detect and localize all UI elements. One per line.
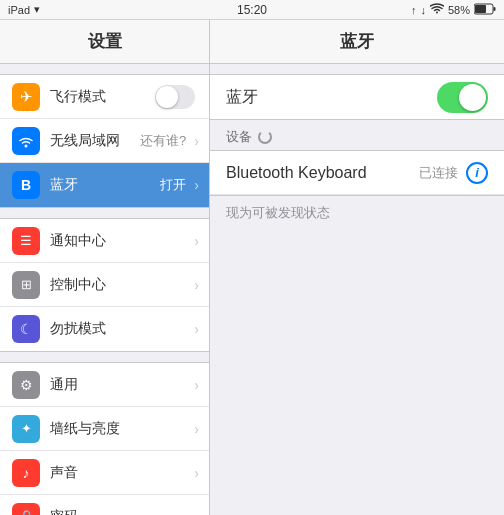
sidebar-title: 设置 bbox=[0, 20, 209, 64]
content-body: 蓝牙 设备 Bluetooth Keyboard 已连接 bbox=[210, 74, 504, 230]
sound-chevron-icon: › bbox=[194, 465, 199, 481]
control-label: 控制中心 bbox=[50, 276, 190, 294]
sidebar-item-wallpaper[interactable]: ✦ 墙纸与亮度 › bbox=[0, 407, 209, 451]
control-chevron-icon: › bbox=[194, 277, 199, 293]
bluetooth-label: 蓝牙 bbox=[50, 176, 160, 194]
wifi-value: 还有谁? bbox=[140, 132, 186, 150]
sidebar-item-dnd[interactable]: ☾ 勿扰模式 › bbox=[0, 307, 209, 351]
bluetooth-sidebar-icon: B bbox=[12, 171, 40, 199]
wallpaper-icon: ✦ bbox=[12, 415, 40, 443]
control-icon: ⊞ bbox=[12, 271, 40, 299]
battery-icon bbox=[474, 3, 496, 17]
sidebar-item-notification[interactable]: ☰ 通知中心 › bbox=[0, 219, 209, 263]
wifi-label: 无线局域网 bbox=[50, 132, 140, 150]
bluetooth-toggle-group: 蓝牙 bbox=[210, 74, 504, 120]
bluetooth-section: 蓝牙 bbox=[210, 74, 504, 120]
svg-rect-2 bbox=[475, 5, 486, 13]
notification-label: 通知中心 bbox=[50, 232, 190, 250]
wifi-icon bbox=[430, 3, 444, 17]
sound-icon: ♪ bbox=[12, 459, 40, 487]
general-chevron-icon: › bbox=[194, 377, 199, 393]
toggle-knob bbox=[156, 86, 178, 108]
bluetooth-chevron-icon: › bbox=[194, 177, 199, 193]
devices-section-title: 设备 bbox=[210, 120, 504, 150]
sidebar-item-bluetooth[interactable]: B 蓝牙 打开 › bbox=[0, 163, 209, 207]
status-right: ↑ ↓ 58% bbox=[411, 3, 496, 17]
bluetooth-toggle[interactable] bbox=[437, 82, 488, 113]
devices-label: 设备 bbox=[226, 128, 252, 146]
bluetooth-row-label: 蓝牙 bbox=[226, 87, 437, 108]
battery-pct: 58% bbox=[448, 4, 470, 16]
sidebar-group-3: ⚙ 通用 › ✦ 墙纸与亮度 › ♪ 声音 › 🔒 密码 › ✋ 隐私 bbox=[0, 362, 209, 515]
connected-badge: 已连接 bbox=[419, 164, 458, 182]
status-bar: iPad ▾ 15:20 ↑ ↓ 58% bbox=[0, 0, 504, 20]
svg-rect-1 bbox=[494, 7, 496, 11]
passcode-label: 密码 bbox=[50, 508, 190, 516]
status-time: 15:20 bbox=[237, 3, 267, 17]
device-row-keyboard[interactable]: Bluetooth Keyboard 已连接 i bbox=[210, 151, 504, 195]
sidebar-group-1: ✈ 飞行模式 无线局域网 还有谁? › B bbox=[0, 74, 209, 208]
airplane-toggle[interactable] bbox=[155, 85, 195, 109]
sound-label: 声音 bbox=[50, 464, 190, 482]
passcode-icon: 🔒 bbox=[12, 503, 40, 516]
arrow-down-icon: ↓ bbox=[420, 4, 426, 16]
dnd-label: 勿扰模式 bbox=[50, 320, 190, 338]
sidebar-item-control[interactable]: ⊞ 控制中心 › bbox=[0, 263, 209, 307]
info-icon[interactable]: i bbox=[466, 162, 488, 184]
wifi-sidebar-icon bbox=[12, 127, 40, 155]
airplane-icon: ✈ bbox=[12, 83, 40, 111]
sidebar-item-wifi[interactable]: 无线局域网 还有谁? › bbox=[0, 119, 209, 163]
bluetooth-toggle-row: 蓝牙 bbox=[210, 75, 504, 119]
sidebar-item-airplane[interactable]: ✈ 飞行模式 bbox=[0, 75, 209, 119]
ipad-label: iPad bbox=[8, 4, 30, 16]
general-label: 通用 bbox=[50, 376, 190, 394]
notification-icon: ☰ bbox=[12, 227, 40, 255]
notification-chevron-icon: › bbox=[194, 233, 199, 249]
wifi-chevron-icon: › bbox=[194, 133, 199, 149]
content-area: 蓝牙 蓝牙 设备 bbox=[210, 20, 504, 515]
sidebar-item-sound[interactable]: ♪ 声音 › bbox=[0, 451, 209, 495]
devices-section: 设备 Bluetooth Keyboard 已连接 i 现为可被发现状态 bbox=[210, 120, 504, 230]
dnd-icon: ☾ bbox=[12, 315, 40, 343]
wallpaper-chevron-icon: › bbox=[194, 421, 199, 437]
status-left: iPad ▾ bbox=[8, 3, 40, 16]
arrow-up-icon: ↑ bbox=[411, 4, 417, 16]
signal-icon: ▾ bbox=[34, 3, 40, 16]
sidebar-item-passcode[interactable]: 🔒 密码 › bbox=[0, 495, 209, 515]
device-name: Bluetooth Keyboard bbox=[226, 164, 419, 182]
general-icon: ⚙ bbox=[12, 371, 40, 399]
loading-spinner-icon bbox=[258, 130, 272, 144]
sidebar: 设置 ✈ 飞行模式 无线局域网 还有谁? bbox=[0, 20, 210, 515]
devices-group: Bluetooth Keyboard 已连接 i bbox=[210, 150, 504, 196]
dnd-chevron-icon: › bbox=[194, 321, 199, 337]
main-layout: 设置 ✈ 飞行模式 无线局域网 还有谁? bbox=[0, 20, 504, 515]
content-title: 蓝牙 bbox=[210, 20, 504, 64]
bluetooth-value: 打开 bbox=[160, 176, 186, 194]
airplane-label: 飞行模式 bbox=[50, 88, 155, 106]
wallpaper-label: 墙纸与亮度 bbox=[50, 420, 190, 438]
sidebar-item-general[interactable]: ⚙ 通用 › bbox=[0, 363, 209, 407]
svg-point-3 bbox=[25, 144, 28, 147]
passcode-chevron-icon: › bbox=[194, 509, 199, 516]
discoverable-text: 现为可被发现状态 bbox=[210, 196, 504, 230]
sidebar-group-2: ☰ 通知中心 › ⊞ 控制中心 › ☾ 勿扰模式 › bbox=[0, 218, 209, 352]
toggle-large-knob bbox=[459, 84, 486, 111]
